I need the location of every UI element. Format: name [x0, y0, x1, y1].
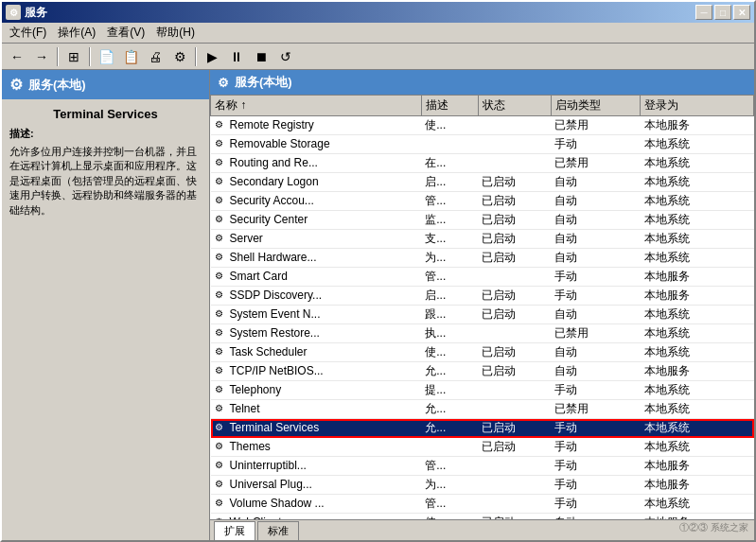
restart-button[interactable]: ↺	[274, 46, 297, 67]
forward-button[interactable]: →	[30, 46, 53, 67]
close-button[interactable]: ✕	[733, 5, 750, 20]
col-header-login[interactable]: 登录为	[641, 96, 754, 116]
service-status	[478, 381, 551, 400]
service-icon: ⚙	[215, 176, 228, 189]
service-login: 本地系统	[641, 173, 754, 192]
service-login: 本地系统	[641, 495, 754, 514]
table-row[interactable]: ⚙Security Accou...管...已启动自动本地系统	[211, 192, 754, 211]
service-icon: ⚙	[215, 289, 228, 303]
properties-button[interactable]: 📋	[119, 46, 142, 67]
service-name: ⚙Telnet	[211, 400, 422, 419]
table-row[interactable]: ⚙Server支...已启动自动本地系统	[211, 230, 754, 249]
service-status	[478, 116, 551, 135]
service-desc: 管...	[421, 192, 478, 211]
menu-file[interactable]: 文件(F)	[4, 23, 52, 43]
table-row[interactable]: ⚙Removable Storage手动本地系统	[211, 135, 754, 154]
service-name: ⚙Task Scheduler	[211, 343, 422, 362]
service-starttype: 自动	[551, 211, 640, 230]
table-row[interactable]: ⚙Task Scheduler使...已启动自动本地系统	[211, 343, 754, 362]
service-name: ⚙Secondary Logon	[211, 173, 422, 192]
service-desc: 管...	[421, 268, 478, 287]
minimize-button[interactable]: ─	[695, 5, 712, 20]
tab-standard[interactable]: 标准	[257, 521, 299, 540]
service-desc	[421, 438, 478, 457]
table-row[interactable]: ⚙System Event N...跟...已启动自动本地系统	[211, 306, 754, 324]
service-desc: 启...	[421, 173, 478, 192]
right-panel-header: ⚙ 服务(本地)	[210, 70, 754, 95]
service-icon: ⚙	[215, 441, 228, 454]
service-login: 本地系统	[641, 230, 754, 249]
table-row[interactable]: ⚙TCP/IP NetBIOS...允...已启动自动本地服务	[211, 362, 754, 381]
service-icon: ⚙	[215, 252, 228, 265]
service-icon: ⚙	[215, 308, 228, 322]
table-row[interactable]: ⚙Telnet允...已禁用本地系统	[211, 400, 754, 419]
col-header-desc[interactable]: 描述	[421, 96, 478, 116]
menu-action[interactable]: 操作(A)	[52, 23, 101, 43]
refresh-button[interactable]: 🖨	[144, 46, 167, 67]
table-row[interactable]: ⚙Universal Plug...为...手动本地服务	[211, 476, 754, 495]
table-row[interactable]: ⚙System Restore...执...已禁用本地系统	[211, 324, 754, 343]
menu-help[interactable]: 帮助(H)	[150, 23, 201, 43]
new-button[interactable]: 📄	[95, 46, 117, 67]
table-row[interactable]: ⚙Shell Hardware...为...已启动自动本地系统	[211, 249, 754, 268]
col-header-status[interactable]: 状态	[478, 96, 551, 116]
services-icon: ⚙	[9, 76, 23, 94]
maximize-button[interactable]: □	[714, 5, 731, 20]
service-icon: ⚙	[215, 195, 228, 208]
service-login: 本地系统	[641, 419, 754, 438]
service-login: 本地系统	[641, 400, 754, 419]
service-login: 本地系统	[641, 135, 754, 154]
service-status: 已启动	[478, 287, 551, 306]
service-icon: ⚙	[215, 214, 228, 227]
service-status: 已启动	[478, 306, 551, 324]
service-starttype: 自动	[551, 230, 640, 249]
service-status: 已启动	[478, 173, 551, 192]
service-login: 本地系统	[641, 343, 754, 362]
service-desc: 管...	[421, 457, 478, 476]
table-row[interactable]: ⚙SSDP Discovery...启...已启动手动本地服务	[211, 287, 754, 306]
service-icon: ⚙	[215, 460, 228, 473]
service-login: 本地服务	[641, 287, 754, 306]
table-row[interactable]: ⚙Remote Registry使...已禁用本地服务	[211, 116, 754, 135]
right-panel: ⚙ 服务(本地) 名称 ↑ 描述 状态 启动类型 登录为 ⚙	[210, 70, 754, 540]
service-name: ⚙Themes	[211, 438, 422, 457]
service-name: ⚙Security Center	[211, 211, 422, 230]
table-row[interactable]: ⚙Security Center监...已启动自动本地系统	[211, 211, 754, 230]
table-row[interactable]: ⚙Secondary Logon启...已启动自动本地系统	[211, 173, 754, 192]
table-row[interactable]: ⚙Terminal Services允...已启动手动本地系统	[211, 419, 754, 438]
table-row[interactable]: ⚙Smart Card管...手动本地服务	[211, 268, 754, 287]
service-status: 已启动	[478, 419, 551, 438]
up-button[interactable]: ⊞	[62, 46, 85, 67]
table-row[interactable]: ⚙Themes已启动手动本地系统	[211, 438, 754, 457]
service-icon: ⚙	[215, 384, 228, 397]
menu-view[interactable]: 查看(V)	[101, 23, 150, 43]
pause-button[interactable]: ⏸	[225, 46, 248, 67]
export-button[interactable]: ⚙	[168, 46, 191, 67]
toolbar-separator-2	[89, 47, 91, 66]
tab-bar: 扩展 标准	[210, 519, 754, 540]
table-row[interactable]: ⚙Routing and Re...在...已禁用本地系统	[211, 154, 754, 173]
service-status: 已启动	[478, 249, 551, 268]
service-status: 已启动	[478, 192, 551, 211]
back-button[interactable]: ←	[6, 46, 28, 67]
service-icon: ⚙	[215, 479, 228, 492]
toolbar-separator-1	[57, 47, 59, 66]
service-name: ⚙TCP/IP NetBIOS...	[211, 362, 422, 381]
service-name: ⚙Universal Plug...	[211, 476, 422, 495]
tab-extended[interactable]: 扩展	[214, 521, 255, 540]
col-header-name[interactable]: 名称 ↑	[211, 96, 422, 116]
table-row[interactable]: ⚙Telephony提...手动本地系统	[211, 381, 754, 400]
col-header-starttype[interactable]: 启动类型	[551, 96, 640, 116]
table-header-row: 名称 ↑ 描述 状态 启动类型 登录为	[211, 96, 754, 116]
service-login: 本地服务	[641, 457, 754, 476]
play-button[interactable]: ▶	[201, 46, 223, 67]
service-starttype: 自动	[551, 362, 640, 381]
title-bar: ⚙ 服务 ─ □ ✕	[2, 2, 754, 23]
service-desc: 跟...	[421, 306, 478, 324]
table-row[interactable]: ⚙Uninterruptibl...管...手动本地服务	[211, 457, 754, 476]
stop-button[interactable]: ⏹	[250, 46, 273, 67]
table-row[interactable]: ⚙Volume Shadow ...管...手动本地系统	[211, 495, 754, 514]
service-icon: ⚙	[215, 365, 228, 378]
service-login: 本地系统	[641, 324, 754, 343]
services-table[interactable]: 名称 ↑ 描述 状态 启动类型 登录为 ⚙Remote Registry使...…	[210, 95, 754, 519]
